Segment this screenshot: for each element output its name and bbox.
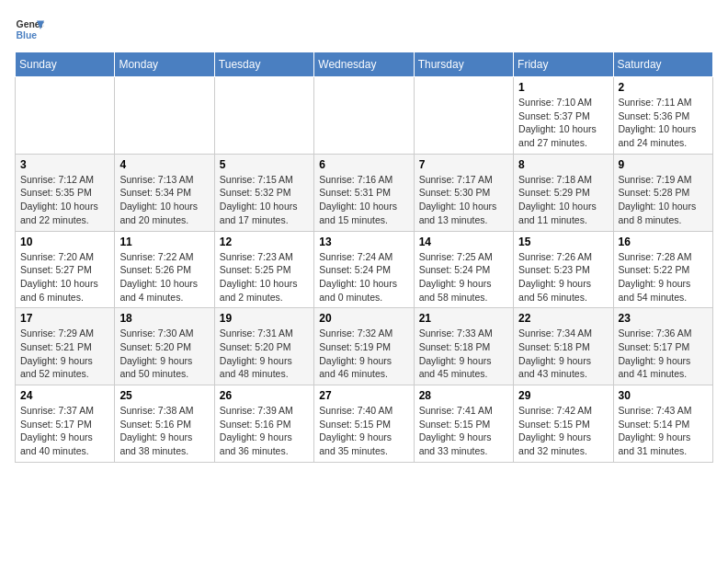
day-info: Sunrise: 7:36 AM Sunset: 5:17 PM Dayligh… (619, 327, 708, 381)
day-info: Sunrise: 7:16 AM Sunset: 5:31 PM Dayligh… (319, 173, 408, 227)
weekday-header: Wednesday (314, 52, 414, 77)
calendar-cell: 29Sunrise: 7:42 AM Sunset: 5:15 PM Dayli… (514, 385, 613, 463)
day-number: 4 (119, 158, 209, 171)
day-number: 15 (518, 236, 608, 248)
weekday-header: Saturday (613, 52, 712, 77)
day-info: Sunrise: 7:34 AM Sunset: 5:18 PM Dayligh… (518, 327, 608, 381)
weekday-header: Sunday (16, 52, 115, 77)
calendar-week-row: 17Sunrise: 7:29 AM Sunset: 5:21 PM Dayli… (16, 308, 713, 385)
day-info: Sunrise: 7:30 AM Sunset: 5:20 PM Dayligh… (119, 327, 209, 381)
day-number: 24 (20, 389, 109, 402)
calendar-cell: 28Sunrise: 7:41 AM Sunset: 5:15 PM Dayli… (414, 385, 513, 463)
logo-icon: General Blue (15, 15, 44, 44)
calendar-cell: 10Sunrise: 7:20 AM Sunset: 5:27 PM Dayli… (16, 231, 115, 308)
calendar-cell: 4Sunrise: 7:13 AM Sunset: 5:34 PM Daylig… (115, 154, 214, 231)
calendar-cell: 25Sunrise: 7:38 AM Sunset: 5:16 PM Dayli… (115, 385, 214, 463)
calendar-cell: 9Sunrise: 7:19 AM Sunset: 5:28 PM Daylig… (613, 154, 712, 231)
day-number: 16 (619, 236, 708, 248)
weekday-header: Tuesday (214, 52, 313, 77)
weekday-header: Monday (115, 52, 214, 77)
calendar-cell: 2Sunrise: 7:11 AM Sunset: 5:36 PM Daylig… (613, 77, 712, 155)
day-info: Sunrise: 7:17 AM Sunset: 5:30 PM Dayligh… (419, 173, 508, 227)
day-number: 5 (220, 158, 309, 171)
page-header: General Blue (15, 15, 713, 44)
day-info: Sunrise: 7:25 AM Sunset: 5:24 PM Dayligh… (419, 250, 508, 304)
day-number: 26 (220, 389, 309, 402)
calendar-cell (115, 77, 214, 155)
calendar-table: SundayMondayTuesdayWednesdayThursdayFrid… (15, 52, 713, 463)
day-info: Sunrise: 7:40 AM Sunset: 5:15 PM Dayligh… (319, 404, 408, 458)
calendar-cell: 1Sunrise: 7:10 AM Sunset: 5:37 PM Daylig… (514, 77, 613, 155)
day-info: Sunrise: 7:41 AM Sunset: 5:15 PM Dayligh… (419, 404, 508, 458)
svg-text:Blue: Blue (17, 30, 38, 40)
day-info: Sunrise: 7:24 AM Sunset: 5:24 PM Dayligh… (319, 250, 408, 304)
day-number: 10 (20, 236, 109, 248)
calendar-cell: 7Sunrise: 7:17 AM Sunset: 5:30 PM Daylig… (414, 154, 513, 231)
calendar-cell: 17Sunrise: 7:29 AM Sunset: 5:21 PM Dayli… (16, 308, 115, 385)
day-number: 11 (119, 236, 209, 248)
calendar-cell: 24Sunrise: 7:37 AM Sunset: 5:17 PM Dayli… (16, 385, 115, 463)
calendar-week-row: 3Sunrise: 7:12 AM Sunset: 5:35 PM Daylig… (16, 154, 713, 231)
day-info: Sunrise: 7:31 AM Sunset: 5:20 PM Dayligh… (220, 327, 309, 381)
day-number: 19 (220, 312, 309, 325)
calendar-cell: 26Sunrise: 7:39 AM Sunset: 5:16 PM Dayli… (214, 385, 313, 463)
calendar-cell: 20Sunrise: 7:32 AM Sunset: 5:19 PM Dayli… (314, 308, 414, 385)
day-number: 17 (20, 312, 109, 325)
calendar-week-row: 1Sunrise: 7:10 AM Sunset: 5:37 PM Daylig… (16, 77, 713, 155)
calendar-cell (16, 77, 115, 155)
calendar-cell: 27Sunrise: 7:40 AM Sunset: 5:15 PM Dayli… (314, 385, 414, 463)
day-info: Sunrise: 7:38 AM Sunset: 5:16 PM Dayligh… (119, 404, 209, 458)
calendar-cell: 12Sunrise: 7:23 AM Sunset: 5:25 PM Dayli… (214, 231, 313, 308)
calendar-cell (414, 77, 513, 155)
day-info: Sunrise: 7:37 AM Sunset: 5:17 PM Dayligh… (20, 404, 109, 458)
day-info: Sunrise: 7:28 AM Sunset: 5:22 PM Dayligh… (619, 250, 708, 304)
day-number: 13 (319, 236, 408, 248)
day-info: Sunrise: 7:20 AM Sunset: 5:27 PM Dayligh… (20, 250, 109, 304)
calendar-cell: 23Sunrise: 7:36 AM Sunset: 5:17 PM Dayli… (613, 308, 712, 385)
calendar-cell: 13Sunrise: 7:24 AM Sunset: 5:24 PM Dayli… (314, 231, 414, 308)
day-number: 30 (619, 389, 708, 402)
day-number: 20 (319, 312, 408, 325)
calendar-cell: 3Sunrise: 7:12 AM Sunset: 5:35 PM Daylig… (16, 154, 115, 231)
day-info: Sunrise: 7:12 AM Sunset: 5:35 PM Dayligh… (20, 173, 109, 227)
day-number: 28 (419, 389, 508, 402)
day-number: 12 (220, 236, 309, 248)
day-number: 29 (518, 389, 608, 402)
day-info: Sunrise: 7:22 AM Sunset: 5:26 PM Dayligh… (119, 250, 209, 304)
calendar-cell: 22Sunrise: 7:34 AM Sunset: 5:18 PM Dayli… (514, 308, 613, 385)
day-info: Sunrise: 7:43 AM Sunset: 5:14 PM Dayligh… (619, 404, 708, 458)
day-number: 25 (119, 389, 209, 402)
day-info: Sunrise: 7:33 AM Sunset: 5:18 PM Dayligh… (419, 327, 508, 381)
calendar-cell (314, 77, 414, 155)
day-info: Sunrise: 7:32 AM Sunset: 5:19 PM Dayligh… (319, 327, 408, 381)
day-number: 1 (518, 81, 608, 94)
logo: General Blue (15, 15, 44, 44)
calendar-cell: 14Sunrise: 7:25 AM Sunset: 5:24 PM Dayli… (414, 231, 513, 308)
weekday-header: Thursday (414, 52, 513, 77)
calendar-cell: 21Sunrise: 7:33 AM Sunset: 5:18 PM Dayli… (414, 308, 513, 385)
day-number: 2 (619, 81, 708, 94)
day-number: 9 (619, 158, 708, 171)
day-info: Sunrise: 7:39 AM Sunset: 5:16 PM Dayligh… (220, 404, 309, 458)
calendar-cell: 19Sunrise: 7:31 AM Sunset: 5:20 PM Dayli… (214, 308, 313, 385)
day-info: Sunrise: 7:11 AM Sunset: 5:36 PM Dayligh… (619, 96, 708, 150)
weekday-header: Friday (514, 52, 613, 77)
calendar-cell (214, 77, 313, 155)
day-info: Sunrise: 7:26 AM Sunset: 5:23 PM Dayligh… (518, 250, 608, 304)
calendar-cell: 6Sunrise: 7:16 AM Sunset: 5:31 PM Daylig… (314, 154, 414, 231)
calendar-cell: 15Sunrise: 7:26 AM Sunset: 5:23 PM Dayli… (514, 231, 613, 308)
calendar-week-row: 10Sunrise: 7:20 AM Sunset: 5:27 PM Dayli… (16, 231, 713, 308)
calendar-cell: 30Sunrise: 7:43 AM Sunset: 5:14 PM Dayli… (613, 385, 712, 463)
calendar-cell: 16Sunrise: 7:28 AM Sunset: 5:22 PM Dayli… (613, 231, 712, 308)
day-info: Sunrise: 7:15 AM Sunset: 5:32 PM Dayligh… (220, 173, 309, 227)
day-number: 6 (319, 158, 408, 171)
calendar-cell: 18Sunrise: 7:30 AM Sunset: 5:20 PM Dayli… (115, 308, 214, 385)
calendar-header-row: SundayMondayTuesdayWednesdayThursdayFrid… (16, 52, 713, 77)
day-number: 8 (518, 158, 608, 171)
day-info: Sunrise: 7:19 AM Sunset: 5:28 PM Dayligh… (619, 173, 708, 227)
day-number: 3 (20, 158, 109, 171)
day-number: 18 (119, 312, 209, 325)
day-info: Sunrise: 7:10 AM Sunset: 5:37 PM Dayligh… (518, 96, 608, 150)
calendar-cell: 8Sunrise: 7:18 AM Sunset: 5:29 PM Daylig… (514, 154, 613, 231)
day-info: Sunrise: 7:13 AM Sunset: 5:34 PM Dayligh… (119, 173, 209, 227)
